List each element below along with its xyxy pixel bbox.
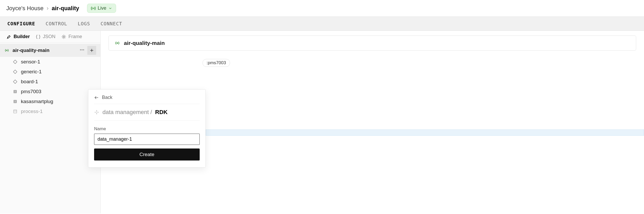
tree-item[interactable]: sensor-1 <box>0 57 100 67</box>
arrow-left-icon <box>94 95 99 100</box>
create-button[interactable]: Create <box>94 148 200 160</box>
dots-horizontal-icon <box>79 47 85 52</box>
svg-rect-15 <box>14 110 17 113</box>
tree-item-label: board-1 <box>21 79 38 85</box>
tree-item[interactable]: kasasmartplug <box>0 97 100 106</box>
tree-item[interactable]: board-1 <box>0 77 100 87</box>
tree-item-label: kasasmartplug <box>21 99 53 104</box>
sparkle-icon <box>94 110 99 115</box>
plus-icon <box>89 48 94 53</box>
tab-logs[interactable]: LOGS <box>78 21 90 26</box>
back-button[interactable]: Back <box>94 95 200 104</box>
svg-point-0 <box>93 8 94 9</box>
tab-configure[interactable]: CONFIGURE <box>7 21 35 26</box>
create-service-popover: Back data management / RDK Name Create <box>88 89 206 168</box>
tree-item[interactable]: process-1 <box>0 106 100 116</box>
status-dropdown[interactable]: Live <box>87 4 116 13</box>
sidebar-view-json[interactable]: JSON <box>36 34 55 39</box>
tree-item-label: generic-1 <box>21 69 42 75</box>
name-field-label: Name <box>94 126 200 132</box>
tree-item-label: process-1 <box>21 109 43 114</box>
svg-point-5 <box>83 49 84 50</box>
status-label: Live <box>98 5 106 11</box>
header: Joyce's House › air-quality Live <box>0 0 644 17</box>
svg-point-17 <box>117 43 118 44</box>
model-tag-chip[interactable]: :pms7003 <box>203 59 230 67</box>
diamond-icon <box>13 69 18 74</box>
svg-rect-11 <box>14 90 16 93</box>
tab-connect[interactable]: CONNECT <box>101 21 122 26</box>
svg-rect-12 <box>15 91 16 92</box>
svg-point-4 <box>82 49 83 50</box>
svg-rect-13 <box>14 100 16 103</box>
tab-control[interactable]: CONTROL <box>46 21 67 26</box>
more-actions-button[interactable] <box>78 46 86 55</box>
breadcrumb: Joyce's House › air-quality <box>6 5 79 12</box>
chip-icon <box>13 89 18 94</box>
tree-item-label: pms7003 <box>21 89 41 94</box>
diamond-icon <box>13 59 18 64</box>
sidebar-view-frame[interactable]: Frame <box>61 34 82 39</box>
sidebar: Builder JSON Frame <box>0 31 101 213</box>
back-label: Back <box>102 95 112 100</box>
component-tree: air-quality-main <box>0 43 100 117</box>
broadcast-icon <box>114 40 120 46</box>
tree-item[interactable]: generic-1 <box>0 67 100 77</box>
popover-path-model: RDK <box>155 109 168 116</box>
diamond-icon <box>13 79 18 84</box>
svg-rect-9 <box>13 70 17 74</box>
sidebar-view-builder[interactable]: Builder <box>6 34 30 39</box>
chip-icon <box>13 99 18 104</box>
process-icon <box>13 109 18 114</box>
sidebar-view-json-label: JSON <box>43 34 55 39</box>
svg-rect-14 <box>15 101 16 102</box>
svg-point-3 <box>80 49 81 50</box>
chevron-down-icon <box>108 7 112 10</box>
chevron-right-icon: › <box>47 5 48 12</box>
svg-point-2 <box>6 50 7 51</box>
sidebar-view-switcher: Builder JSON Frame <box>0 31 100 43</box>
popover-path-prefix: data management / <box>102 109 152 116</box>
broadcast-icon <box>91 6 96 11</box>
frame-icon <box>61 34 66 39</box>
tree-item-label: sensor-1 <box>21 59 40 65</box>
svg-point-1 <box>63 36 65 37</box>
highlight-strip <box>206 129 644 136</box>
popover-title: data management / RDK <box>94 104 200 121</box>
name-input[interactable] <box>94 134 200 145</box>
broadcast-icon <box>4 48 9 53</box>
breadcrumb-current: air-quality <box>52 5 79 12</box>
main-tabs: CONFIGURE CONTROL LOGS CONNECT <box>0 17 644 31</box>
machine-title: air-quality-main <box>124 40 165 46</box>
machine-header-card: air-quality-main <box>108 35 636 51</box>
tree-root-label: air-quality-main <box>13 47 49 53</box>
svg-rect-8 <box>13 60 17 64</box>
add-component-button[interactable] <box>87 46 96 55</box>
sidebar-view-builder-label: Builder <box>14 34 30 39</box>
braces-icon <box>36 34 41 39</box>
breadcrumb-root[interactable]: Joyce's House <box>6 5 43 12</box>
tree-root[interactable]: air-quality-main <box>0 44 100 57</box>
tools-icon <box>6 34 12 39</box>
tree-item[interactable]: pms7003 <box>0 87 100 97</box>
sidebar-view-frame-label: Frame <box>68 34 82 39</box>
svg-rect-10 <box>13 80 17 84</box>
